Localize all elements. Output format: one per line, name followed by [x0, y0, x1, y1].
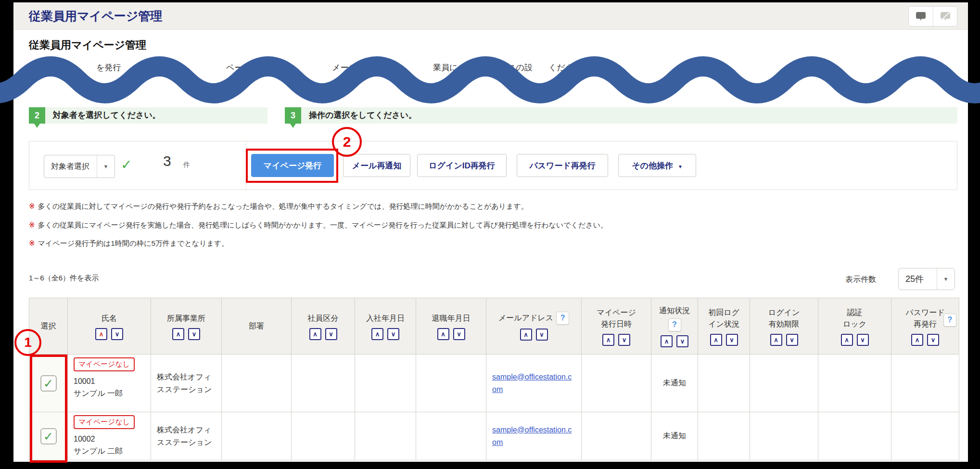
column-header: 社員区分∧∨	[292, 298, 355, 355]
sort-up-button[interactable]: ∧	[602, 334, 614, 346]
sort-down-button[interactable]: ∨	[387, 328, 399, 340]
column-header-label: 部署	[223, 320, 290, 332]
table-cell	[416, 355, 486, 412]
table-row: マイページなし10001サンプル 一郎株式会社オフィスステーションsample@…	[29, 355, 959, 412]
sort-up-button[interactable]: ∧	[309, 328, 321, 340]
column-header-label: マイページ発行日時	[583, 307, 650, 330]
comment-icon[interactable]	[909, 7, 933, 26]
sort-up-button[interactable]: ∧	[661, 335, 673, 347]
column-header-label: 社員区分	[293, 313, 354, 324]
notice-status-cell: 未通知	[651, 412, 698, 460]
reissue-password-button[interactable]: パスワード再発行	[517, 154, 608, 177]
target-select-dropdown[interactable]: 対象者選択	[44, 155, 115, 178]
table-cell	[698, 355, 750, 412]
column-header: 認証ロック∧∨	[818, 298, 891, 355]
column-header-label: 所属事業所	[152, 313, 220, 324]
omitted-fragment: ページ	[226, 62, 251, 73]
sort-up-button[interactable]: ∧	[520, 329, 532, 341]
column-header: 入社年月日∧∨	[355, 298, 416, 355]
office-cell: 株式会社オフィスステーション	[151, 355, 222, 412]
other-actions-button[interactable]: その他操作▼	[618, 154, 696, 177]
column-header: ログイン有効期限∧∨	[750, 298, 818, 355]
sort-down-button[interactable]: ∨	[786, 334, 798, 346]
column-header-label: 退職年月日	[417, 313, 485, 324]
employee-table: 選択氏名∧∨所属事業所∧∨部署社員区分∧∨入社年月日∧∨退職年月日∧∨メールアド…	[29, 298, 959, 460]
sort-up-button[interactable]: ∧	[95, 328, 107, 340]
chevron-down-icon	[937, 268, 955, 290]
sort-up-button[interactable]: ∧	[371, 328, 383, 340]
note-asterisk: ※	[29, 221, 35, 229]
sort-up-button[interactable]: ∧	[770, 334, 782, 346]
email-cell: sample@officestation.com	[486, 355, 582, 412]
sort-down-button[interactable]: ∨	[111, 328, 123, 340]
page-size-label: 表示件数	[845, 275, 876, 285]
table-cell	[222, 355, 292, 412]
column-header: 部署	[222, 298, 292, 355]
employee-name: サンプル 二郎	[74, 446, 147, 456]
sort-down-button[interactable]: ∨	[536, 329, 548, 341]
comment-off-icon-glyph	[939, 11, 952, 22]
column-header-label: 初回ログイン状況	[699, 307, 749, 330]
sort-down-button[interactable]: ∨	[188, 328, 200, 340]
select-cell	[29, 355, 68, 412]
email-link[interactable]: sample@officestation.com	[492, 373, 572, 393]
omitted-fragment: ください	[548, 62, 582, 73]
sort-down-button[interactable]: ∨	[618, 334, 630, 346]
note-line: ※マイページ発行予約は1時間の枠に5万件までとなります。	[29, 239, 229, 248]
column-header: 所属事業所∧∨	[151, 298, 222, 355]
step-3-badge: 3	[285, 107, 301, 124]
table-cell	[750, 412, 818, 460]
sort-up-button[interactable]: ∧	[841, 334, 853, 346]
selected-count-unit: 件	[183, 161, 190, 169]
column-header: 退職年月日∧∨	[416, 298, 486, 355]
column-header-label: 氏名	[69, 313, 150, 324]
issue-mypage-button[interactable]: マイページ発行	[251, 154, 334, 177]
employee-name: サンプル 一郎	[74, 389, 147, 399]
sort-down-button[interactable]: ∨	[325, 328, 337, 340]
table-cell	[582, 355, 651, 412]
sort-down-button[interactable]: ∨	[726, 334, 738, 346]
help-icon[interactable]: ?	[668, 318, 681, 331]
email-link[interactable]: sample@officestation.com	[492, 426, 572, 446]
page-title: 従業員用マイページ管理	[29, 38, 146, 52]
page-size-dropdown[interactable]: 25件	[898, 268, 955, 290]
table-cell	[355, 412, 416, 460]
sort-down-button[interactable]: ∨	[857, 334, 869, 346]
mypage-status-badge: マイページなし	[74, 415, 135, 429]
table-cell	[582, 412, 651, 460]
reissue-login-id-button[interactable]: ログインID再発行	[417, 154, 507, 177]
help-icon[interactable]: ?	[943, 314, 956, 327]
sort-up-button[interactable]: ∧	[710, 334, 722, 346]
column-header-label: メールアドレス?	[487, 312, 580, 325]
sort-up-button[interactable]: ∧	[437, 328, 449, 340]
sort-down-button[interactable]: ∨	[676, 335, 688, 347]
column-header: マイページ発行日時∧∨	[582, 298, 651, 355]
column-header-label: 通知状況	[652, 305, 697, 317]
step-2-badge: 2	[29, 107, 45, 124]
table-cell	[222, 412, 292, 460]
sort-down-button[interactable]: ∨	[453, 328, 465, 340]
check-icon	[121, 157, 132, 173]
omitted-fragment: メール	[332, 62, 357, 73]
table-cell	[292, 355, 355, 412]
step-3-label: 操作の選択をしてください。	[309, 107, 417, 124]
mail-renotify-button[interactable]: メール再通知	[343, 154, 410, 177]
column-header: パスワード再発行?∧∨	[891, 298, 959, 355]
chevron-down-icon: ▼	[678, 164, 683, 169]
row-checkbox[interactable]	[40, 428, 57, 444]
column-header-label: ログイン有効期限	[751, 307, 817, 330]
sort-up-button[interactable]: ∧	[911, 334, 923, 346]
titlebar-icon-group	[908, 6, 957, 26]
row-checkbox[interactable]	[40, 375, 57, 392]
table-cell	[698, 412, 750, 460]
omitted-fragment: スの設	[508, 62, 533, 73]
sort-up-button[interactable]: ∧	[172, 328, 184, 340]
table-cell	[292, 412, 355, 460]
table-cell	[818, 412, 891, 460]
comment-off-icon[interactable]	[933, 7, 957, 26]
name-cell: マイページなし10001サンプル 一郎	[68, 355, 151, 412]
help-icon[interactable]: ?	[556, 312, 569, 325]
table-row: マイページなし10002サンプル 二郎株式会社オフィスステーションsample@…	[29, 412, 959, 460]
column-header: 通知状況?∧∨	[651, 298, 698, 355]
sort-down-button[interactable]: ∨	[927, 334, 939, 346]
